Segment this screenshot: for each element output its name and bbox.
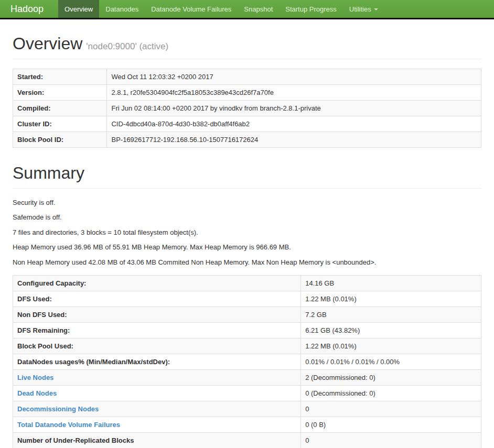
row-label-dfs-used: DFS Used: xyxy=(13,291,301,307)
summary-paragraphs: Security is off.Safemode is off.7 files … xyxy=(13,198,481,267)
row-value: 1.22 MB (0.01%) xyxy=(301,291,481,307)
overview-page-header: Overview'node0:9000' (active) xyxy=(13,34,481,59)
decommissioning-nodes-link[interactable]: Decommissioning Nodes xyxy=(17,405,99,413)
summary-page-header: Summary xyxy=(13,163,481,189)
row-value: 1.22 MB (0.01%) xyxy=(301,338,481,354)
page-title-text: Overview xyxy=(13,34,82,53)
row-value: 0 (0 B) xyxy=(301,417,481,433)
table-row: DFS Remaining:6.21 GB (43.82%) xyxy=(13,323,481,338)
caret-down-icon xyxy=(374,8,378,10)
page-title: Overview'node0:9000' (active) xyxy=(13,34,481,53)
nav-link-startup-progress[interactable]: Startup Progress xyxy=(279,0,343,18)
nav-link-utilities[interactable]: Utilities xyxy=(343,0,384,18)
row-value: Fri Jun 02 08:14:00 +0200 2017 by vinodk… xyxy=(107,100,481,116)
row-label-block-pool-used: Block Pool Used: xyxy=(13,338,301,354)
table-row: Started:Wed Oct 11 12:03:32 +0200 2017 xyxy=(13,69,481,84)
row-label-non-dfs-used: Non DFS Used: xyxy=(13,307,301,323)
row-value: BP-1692617712-192.168.56.10-150771617262… xyxy=(107,132,481,147)
nav-label: Datanodes xyxy=(105,5,138,13)
row-value: 7.2 GB xyxy=(301,307,481,323)
nav-menu: OverviewDatanodesDatanode Volume Failure… xyxy=(58,0,384,18)
table-row: Cluster ID:CID-4dbcd40a-870d-4d30-b382-d… xyxy=(13,116,481,132)
nav-item-utilities[interactable]: Utilities xyxy=(343,0,384,18)
table-row: DataNodes usages% (Min/Median/Max/stdDev… xyxy=(13,354,481,370)
live-nodes-link[interactable]: Live Nodes xyxy=(17,374,53,381)
navbar: Hadoop OverviewDatanodesDatanode Volume … xyxy=(0,0,494,19)
summary-title: Summary xyxy=(13,163,481,183)
row-value: CID-4dbcd40a-870d-4d30-b382-db0aff4f6ab2 xyxy=(107,116,481,132)
row-value: 0 xyxy=(301,401,481,417)
summary-paragraph: 7 files and directories, 3 blocks = 10 t… xyxy=(13,228,481,237)
row-value: 6.21 GB (43.82%) xyxy=(301,323,481,338)
summary-table: Configured Capacity:14.16 GBDFS Used:1.2… xyxy=(13,275,481,448)
nav-link-snapshot[interactable]: Snapshot xyxy=(238,0,279,18)
nav-item-startup-progress[interactable]: Startup Progress xyxy=(279,0,343,18)
table-row: Compiled:Fri Jun 02 08:14:00 +0200 2017 … xyxy=(13,100,481,116)
nav-link-datanodes[interactable]: Datanodes xyxy=(99,0,145,18)
row-value: Wed Oct 11 12:03:32 +0200 2017 xyxy=(107,69,481,84)
main-content: Overview'node0:9000' (active) Started:We… xyxy=(0,34,494,448)
table-row: DFS Used:1.22 MB (0.01%) xyxy=(13,291,481,307)
table-row: Block Pool ID:BP-1692617712-192.168.56.1… xyxy=(13,132,481,147)
brand-hadoop[interactable]: Hadoop xyxy=(0,0,52,18)
summary-paragraph: Safemode is off. xyxy=(13,213,481,222)
row-label-datanodes-usages-min-median-max-stddev: DataNodes usages% (Min/Median/Max/stdDev… xyxy=(13,354,301,370)
row-value: 2 (Decommissioned: 0) xyxy=(301,370,481,386)
row-label-live-nodes: Live Nodes xyxy=(13,370,301,386)
row-label-compiled: Compiled: xyxy=(13,100,107,116)
row-value: 0 (Decommissioned: 0) xyxy=(301,386,481,401)
table-row: Dead Nodes0 (Decommissioned: 0) xyxy=(13,386,481,401)
nav-item-snapshot[interactable]: Snapshot xyxy=(238,0,279,18)
nav-item-datanode-volume-failures[interactable]: Datanode Volume Failures xyxy=(145,0,238,18)
nav-label: Startup Progress xyxy=(285,5,337,13)
row-label-dfs-remaining: DFS Remaining: xyxy=(13,323,301,338)
table-row: Number of Under-Replicated Blocks0 xyxy=(13,433,481,448)
table-row: Block Pool Used:1.22 MB (0.01%) xyxy=(13,338,481,354)
table-row: Live Nodes2 (Decommissioned: 0) xyxy=(13,370,481,386)
row-label-decommissioning-nodes: Decommissioning Nodes xyxy=(13,401,301,417)
overview-table: Started:Wed Oct 11 12:03:32 +0200 2017Ve… xyxy=(13,69,481,148)
nav-label: Datanode Volume Failures xyxy=(151,5,231,13)
nav-label: Overview xyxy=(65,5,93,13)
table-row: Non DFS Used:7.2 GB xyxy=(13,307,481,323)
nav-item-overview[interactable]: Overview xyxy=(58,0,99,18)
row-value: 0.01% / 0.01% / 0.01% / 0.00% xyxy=(301,354,481,370)
row-label-configured-capacity: Configured Capacity: xyxy=(13,276,301,291)
row-value: 0 xyxy=(301,433,481,448)
table-row: Total Datanode Volume Failures0 (0 B) xyxy=(13,417,481,433)
row-label-number-of-under-replicated-blocks: Number of Under-Replicated Blocks xyxy=(13,433,301,448)
row-label-started: Started: xyxy=(13,69,107,84)
nav-label: Snapshot xyxy=(244,5,273,13)
row-label-version: Version: xyxy=(13,84,107,100)
row-label-dead-nodes: Dead Nodes xyxy=(13,386,301,401)
total-datanode-volume-failures-link[interactable]: Total Datanode Volume Failures xyxy=(17,421,120,429)
summary-paragraph: Heap Memory used 36.96 MB of 55.91 MB He… xyxy=(13,243,481,252)
nav-link-overview[interactable]: Overview xyxy=(58,0,99,18)
row-label-cluster-id: Cluster ID: xyxy=(13,116,107,132)
namenode-address: 'node0:9000' (active) xyxy=(86,41,168,51)
row-label-block-pool-id: Block Pool ID: xyxy=(13,132,107,147)
nav-label: Utilities xyxy=(349,5,371,13)
row-value: 2.8.1, r20fe5304904fc2f5a18053c389e43cd2… xyxy=(107,84,481,100)
table-row: Decommissioning Nodes0 xyxy=(13,401,481,417)
table-row: Configured Capacity:14.16 GB xyxy=(13,276,481,291)
dead-nodes-link[interactable]: Dead Nodes xyxy=(17,389,57,397)
row-value: 14.16 GB xyxy=(301,276,481,291)
row-label-total-datanode-volume-failures: Total Datanode Volume Failures xyxy=(13,417,301,433)
nav-item-datanodes[interactable]: Datanodes xyxy=(99,0,145,18)
nav-link-datanode-volume-failures[interactable]: Datanode Volume Failures xyxy=(145,0,238,18)
summary-paragraph: Security is off. xyxy=(13,198,481,207)
summary-paragraph: Non Heap Memory used 42.08 MB of 43.06 M… xyxy=(13,258,481,267)
table-row: Version:2.8.1, r20fe5304904fc2f5a18053c3… xyxy=(13,84,481,100)
